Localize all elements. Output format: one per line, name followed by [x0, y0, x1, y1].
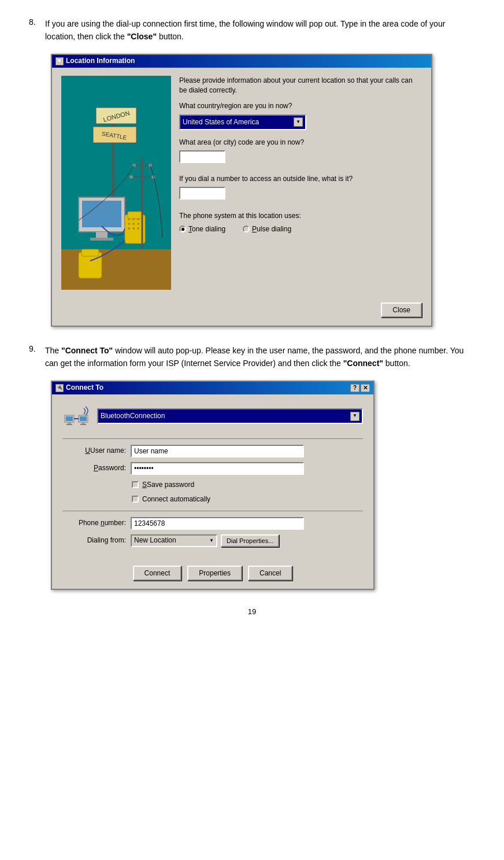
- dialing-from-arrow[interactable]: ▼: [209, 537, 214, 545]
- step-8: 8. If you are using the dial-up connecti…: [29, 17, 475, 327]
- country-dropdown-arrow[interactable]: ▼: [294, 117, 303, 127]
- username-label: UUser name:: [62, 445, 126, 456]
- connection-dropdown-arrow[interactable]: ▼: [350, 412, 360, 421]
- svg-rect-36: [80, 416, 87, 421]
- dialing-type-group: Tone dialing Pulse dialing: [179, 224, 422, 235]
- username-input[interactable]: [131, 445, 304, 457]
- page-number: 19: [29, 607, 475, 616]
- location-dialog-content: Please provide information about your cu…: [179, 76, 422, 290]
- dialing-from-value: New Location: [134, 535, 176, 546]
- svg-point-19: [128, 227, 130, 230]
- svg-rect-33: [68, 422, 71, 424]
- connection-name: BluetoothConnection: [101, 411, 165, 422]
- username-row: UUser name:: [62, 445, 363, 457]
- pulse-label: Pulse dialing: [252, 224, 291, 235]
- connection-select-row: BluetoothConnection ▼: [97, 408, 363, 424]
- password-row: Password:: [62, 462, 363, 475]
- dialing-from-select[interactable]: New Location ▼: [131, 534, 217, 547]
- step-8-text: If you are using the dial-up connection …: [45, 17, 475, 327]
- svg-point-18: [137, 223, 139, 225]
- svg-rect-10: [90, 238, 113, 241]
- connect-dialog-title: Connect To: [66, 382, 103, 393]
- divider-2: [62, 511, 363, 511]
- tone-dialing-option[interactable]: Tone dialing: [179, 224, 225, 235]
- connect-dialog-body: BluetoothConnection ▼ UUser name:: [52, 394, 373, 560]
- pulse-dialing-option[interactable]: Pulse dialing: [243, 224, 291, 235]
- phone-number-input[interactable]: [131, 517, 304, 530]
- connect-dialog: 🔌 Connect To ? ✕: [51, 381, 375, 590]
- country-select-value: United States of America: [183, 117, 259, 128]
- svg-point-16: [128, 223, 130, 225]
- step-9: 9. The "Connect To" window will auto pop…: [29, 344, 475, 590]
- cancel-button[interactable]: Cancel: [248, 566, 292, 581]
- outside-line-input[interactable]: [179, 187, 225, 200]
- step-8-number: 8.: [29, 17, 40, 327]
- svg-point-29: [129, 175, 133, 179]
- connect-button[interactable]: Connect: [133, 566, 182, 581]
- connect-dialog-footer: Connect Properties Cancel: [52, 560, 373, 589]
- pulse-radio[interactable]: [243, 226, 250, 232]
- save-password-row: SSave password: [132, 479, 363, 490]
- country-select-row: United States of America ▼: [179, 115, 422, 130]
- dial-properties-button[interactable]: Dial Properties...: [221, 534, 279, 547]
- svg-rect-23: [81, 249, 99, 256]
- save-password-checkbox[interactable]: [132, 481, 139, 488]
- location-dialog-titlebar: 📋 Location Information: [52, 55, 431, 68]
- svg-point-21: [137, 227, 139, 230]
- connection-select[interactable]: BluetoothConnection ▼: [97, 408, 363, 424]
- location-dialog-body: LONDON SEATTLE: [52, 68, 431, 298]
- country-label: What country/region are you in now?: [179, 101, 422, 112]
- dialing-from-label: Dialing from:: [62, 535, 126, 546]
- network-icon-area: [62, 403, 90, 430]
- password-input[interactable]: [131, 462, 304, 475]
- svg-rect-9: [96, 232, 108, 238]
- area-code-label: What area (or city) code are you in now?: [179, 137, 422, 148]
- svg-point-17: [132, 223, 135, 225]
- properties-button[interactable]: Properties: [187, 566, 242, 581]
- tone-label: Tone dialing: [188, 224, 225, 235]
- svg-rect-34: [66, 424, 72, 425]
- connect-auto-label: Connect automatically: [142, 494, 210, 505]
- location-dialog-footer: Close: [52, 298, 431, 326]
- connect-dialog-icon: 🔌: [55, 384, 64, 392]
- svg-rect-12: [128, 212, 142, 219]
- step-9-bold2: "Connect": [343, 359, 383, 368]
- location-illustration: LONDON SEATTLE: [61, 76, 171, 290]
- dialing-from-row: Dialing from: New Location ▼ Dial Proper…: [62, 534, 363, 547]
- step-8-text-part2: button.: [157, 32, 184, 41]
- country-select[interactable]: United States of America ▼: [179, 115, 306, 130]
- area-code-input[interactable]: [179, 150, 225, 163]
- step-9-text: The "Connect To" window will auto pop-up…: [45, 344, 475, 590]
- location-dialog-title: Location Information: [66, 56, 135, 67]
- svg-rect-32: [66, 416, 73, 421]
- location-dialog-wrapper: 📋 Location Information: [51, 54, 475, 327]
- tone-radio[interactable]: [179, 226, 186, 232]
- help-button[interactable]: ?: [350, 384, 360, 392]
- svg-point-13: [128, 218, 130, 220]
- phone-number-row: Phone number:: [62, 517, 363, 530]
- x-button[interactable]: ✕: [361, 384, 370, 392]
- step-9-text-part1: The: [45, 346, 61, 355]
- connect-dialog-titlebar: 🔌 Connect To ? ✕: [52, 382, 373, 394]
- step-9-bold1: "Connect To": [61, 346, 113, 355]
- close-button[interactable]: Close: [381, 302, 422, 318]
- connect-auto-checkbox[interactable]: [132, 496, 139, 503]
- svg-rect-8: [82, 201, 121, 227]
- step-9-text-part3: button.: [383, 359, 410, 368]
- step-8-bold: "Close": [127, 32, 157, 41]
- svg-point-15: [137, 218, 139, 220]
- network-icon: [64, 404, 89, 429]
- dialog-icon: 📋: [55, 57, 64, 65]
- password-label: Password:: [62, 463, 126, 474]
- connect-auto-row: Connect automatically: [132, 494, 363, 505]
- step-8-text-part1: If you are using the dial-up connection …: [45, 19, 445, 41]
- svg-rect-38: [80, 424, 86, 425]
- connect-dialog-wrapper: 🔌 Connect To ? ✕: [51, 381, 475, 590]
- outside-line-label: If you dial a number to access an outsid…: [179, 174, 422, 184]
- phone-system-label: The phone system at this location uses:: [179, 211, 422, 222]
- divider-1: [62, 438, 363, 439]
- step-9-number: 9.: [29, 344, 40, 590]
- svg-rect-37: [81, 422, 85, 424]
- save-password-label: SSave password: [142, 479, 194, 490]
- svg-rect-1: [61, 249, 171, 290]
